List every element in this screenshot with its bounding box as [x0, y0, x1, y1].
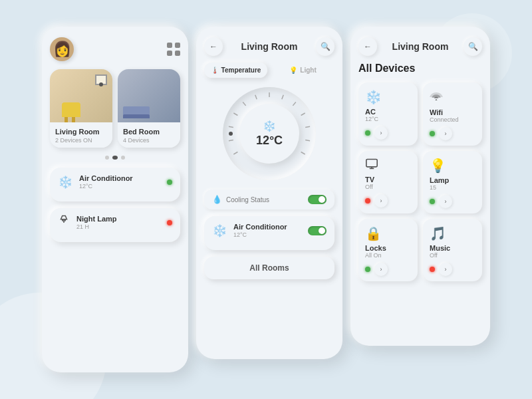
room-card-bed[interactable]: Bed Room 4 Devices — [118, 69, 180, 148]
grid-tv-footer: › — [365, 194, 411, 207]
grid-tv-name: TV — [365, 176, 411, 184]
room-image-bed — [118, 69, 180, 122]
svg-line-14 — [301, 152, 305, 155]
grid-ac-name: AC — [365, 108, 411, 116]
svg-rect-16 — [366, 159, 377, 166]
svg-line-7 — [255, 95, 257, 100]
lamp-icon — [58, 215, 70, 230]
grid-card-lamp[interactable]: 💡 Lamp 15 › — [423, 151, 482, 213]
devices-grid: ❄️ AC 12°C › Wifi — [358, 82, 482, 281]
svg-line-3 — [229, 140, 233, 141]
room-info-living: Living Room 2 Devices ON — [50, 122, 112, 148]
grid-lamp-status — [430, 199, 435, 204]
room-sub-bed: 4 Devices — [123, 137, 175, 144]
grid-card-music[interactable]: 🎵 Music Off › — [423, 219, 482, 281]
device-item-ac: ❄️ Air Conditionor 12°C — [58, 174, 172, 190]
phone-3: ← Living Room 🔍 All Devices ❄️ AC 12°C › — [350, 27, 490, 346]
light-tab-label: Light — [300, 66, 316, 74]
all-devices-title: All Devices — [358, 63, 482, 74]
svg-line-10 — [293, 102, 295, 106]
temp-tab-icon: 🌡️ — [211, 66, 219, 74]
grid-card-ac[interactable]: ❄️ AC 12°C › — [358, 82, 418, 146]
p2-toggle-knob — [319, 227, 325, 234]
lamp-sub: 21 H — [76, 223, 167, 230]
grid-lamp-footer: › — [430, 195, 475, 208]
tab-light[interactable]: 💡 Light — [271, 63, 334, 78]
back-button-p2[interactable]: ← — [204, 37, 223, 56]
room-image-living — [50, 69, 112, 122]
p2-ac-name: Air Conditionor — [233, 223, 308, 231]
room-name-living: Living Room — [55, 128, 107, 136]
phone3-title: Living Room — [377, 41, 464, 52]
svg-line-2 — [233, 152, 237, 155]
p2-aircon-card[interactable]: ❄️ Air Conditionor 12°C — [204, 216, 334, 250]
phone3-nav: ← Living Room 🔍 — [358, 37, 482, 56]
grid-tv-status — [365, 198, 370, 203]
grid-card-locks[interactable]: 🔒 Locks All On › — [358, 219, 418, 281]
grid-locks-icon: 🔒 — [365, 225, 411, 241]
grid-card-wifi[interactable]: Wifi Connected › — [423, 82, 482, 146]
ac-name: Air Conditionor — [79, 174, 167, 182]
grid-ac-status — [365, 130, 370, 136]
grid-wifi-footer: › — [430, 127, 475, 140]
svg-line-9 — [282, 95, 283, 100]
grid-card-tv[interactable]: TV Off › — [358, 151, 418, 213]
grid-ac-footer: › — [365, 126, 411, 140]
grid-menu-icon[interactable] — [167, 43, 180, 56]
device-card-lamp[interactable]: Night Lamp 21 H — [50, 208, 180, 242]
p2-ac-icon: ❄️ — [212, 223, 227, 238]
grid-wifi-icon — [430, 89, 475, 106]
tab-temperature[interactable]: 🌡️ Temperature — [204, 63, 267, 78]
grid-music-footer: › — [430, 263, 475, 276]
device-card-ac[interactable]: ❄️ Air Conditionor 12°C — [50, 168, 180, 201]
p2-ac-sub: 12°C — [233, 231, 308, 238]
svg-rect-0 — [63, 219, 66, 221]
grid-wifi-chevron[interactable]: › — [439, 127, 452, 140]
grid-locks-chevron[interactable]: › — [374, 263, 388, 276]
grid-wifi-name: Wifi — [430, 108, 475, 116]
grid-music-chevron[interactable]: › — [439, 263, 452, 276]
back-button-p3[interactable]: ← — [358, 37, 377, 56]
phones-container: 👩 — [42, 27, 490, 372]
room-card-living[interactable]: Living Room 2 Devices ON — [50, 69, 112, 148]
p2-ac-info: Air Conditionor 12°C — [233, 223, 308, 238]
cooling-status-row: 💧 Cooling Status — [204, 190, 334, 209]
grid-ac-sub: 12°C — [365, 116, 411, 122]
search-button-p3[interactable]: 🔍 — [464, 37, 482, 56]
cooling-label: Cooling Status — [226, 196, 308, 203]
grid-tv-sub: Off — [365, 184, 411, 190]
grid-lamp-icon: 💡 — [430, 158, 475, 174]
room-name-bed: Bed Room — [123, 128, 175, 136]
grid-locks-status — [365, 267, 370, 272]
user-avatar: 👩 — [50, 37, 74, 61]
grid-tv-chevron[interactable]: › — [374, 194, 388, 207]
ac-status-dot — [167, 180, 172, 185]
toggle-knob — [319, 196, 325, 203]
water-drop-icon: 💧 — [212, 195, 222, 204]
all-rooms-button[interactable]: All Rooms — [204, 257, 334, 279]
grid-music-status — [430, 267, 435, 272]
room-sub-living: 2 Devices ON — [55, 137, 107, 144]
room-info-bed: Bed Room 4 Devices — [118, 122, 180, 148]
grid-ac-chevron[interactable]: › — [374, 126, 388, 140]
grid-locks-footer: › — [365, 263, 411, 276]
search-button-p2[interactable]: 🔍 — [316, 37, 334, 56]
svg-line-11 — [301, 113, 305, 116]
grid-ac-icon: ❄️ — [365, 89, 411, 105]
cooling-toggle[interactable] — [308, 195, 327, 204]
grid-locks-name: Locks — [365, 244, 411, 252]
phone-2: ← Living Room 🔍 🌡️ Temperature 💡 Light — [196, 27, 342, 359]
dot-2 — [112, 156, 118, 160]
grid-tv-icon — [365, 158, 411, 173]
svg-line-5 — [233, 113, 237, 116]
thermostat-outer-dial[interactable]: ❄️ 12°C — [223, 87, 316, 180]
phone2-nav: ← Living Room 🔍 — [204, 37, 334, 56]
p2-aircon-toggle[interactable] — [308, 226, 327, 235]
svg-point-15 — [229, 132, 233, 136]
ac-icon: ❄️ — [58, 175, 72, 190]
grid-locks-sub: All On — [365, 252, 411, 259]
grid-music-sub: Off — [430, 252, 475, 259]
dot-1 — [105, 156, 109, 160]
grid-lamp-chevron[interactable]: › — [439, 195, 452, 208]
grid-music-icon: 🎵 — [430, 225, 475, 241]
